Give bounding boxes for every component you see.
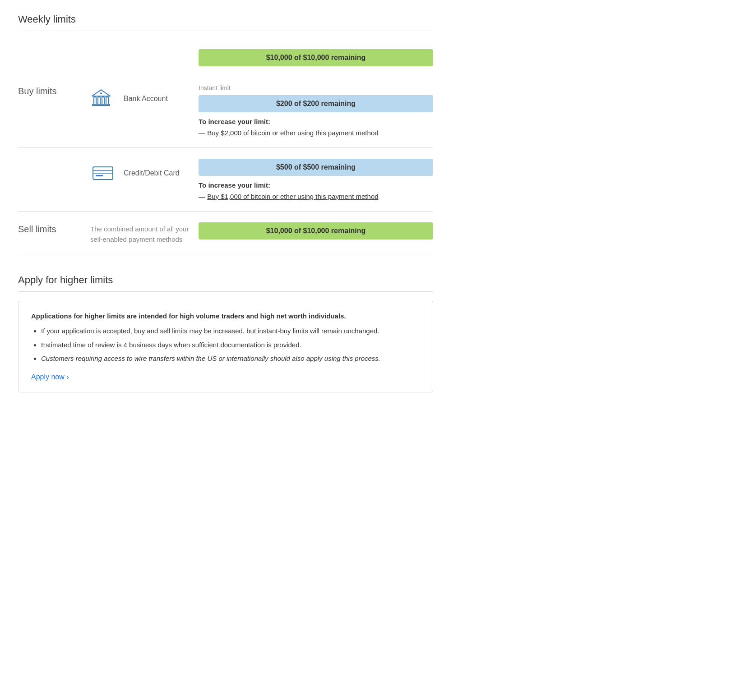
buy-overall-limit-bar: $10,000 of $10,000 remaining xyxy=(199,49,433,66)
apply-bullet-3: Customers requiring access to wire trans… xyxy=(41,354,420,364)
buy-limits-bank-row: Buy limits Bank Account Instant limit $2… xyxy=(18,74,433,148)
apply-section: Apply for higher limits Applications for… xyxy=(18,274,433,392)
sell-limit-bar-container: $10,000 of $10,000 remaining xyxy=(199,222,433,245)
increase-prefix-card: — xyxy=(199,193,205,200)
svg-rect-3 xyxy=(106,97,108,104)
bank-account-limit-bar: $200 of $200 remaining xyxy=(199,95,433,112)
apply-info-box: Applications for higher limits are inten… xyxy=(18,301,433,392)
increase-limit-title-bank: To increase your limit: xyxy=(199,118,433,125)
instant-limit-label: Instant limit xyxy=(199,84,433,92)
apply-info-title: Applications for higher limits are inten… xyxy=(31,312,420,320)
weekly-limits-divider xyxy=(18,31,433,31)
svg-rect-4 xyxy=(93,104,110,106)
svg-rect-1 xyxy=(98,97,100,104)
increase-prefix-bank: — xyxy=(199,129,205,137)
bank-account-method: Bank Account xyxy=(90,84,199,111)
apply-now-button[interactable]: Apply now › xyxy=(31,373,69,381)
svg-rect-9 xyxy=(96,175,103,176)
apply-section-title: Apply for higher limits xyxy=(18,274,433,286)
apply-bullet-1: If your application is accepted, buy and… xyxy=(41,326,420,336)
svg-rect-2 xyxy=(102,97,104,104)
sell-limit-bar: $10,000 of $10,000 remaining xyxy=(199,222,433,239)
bank-account-limit-details: Instant limit $200 of $200 remaining To … xyxy=(199,84,433,137)
buy-limits-label: Buy limits xyxy=(18,84,90,97)
increase-limit-link-card: — Buy $1,000 of bitcoin or ether using t… xyxy=(199,193,433,200)
sell-method-description-container: The combined amount of all your sell-ena… xyxy=(90,222,199,244)
sell-limits-description: The combined amount of all your sell-ena… xyxy=(90,224,190,244)
increase-limit-link-bank: — Buy $2,000 of bitcoin or ether using t… xyxy=(199,129,433,137)
sell-limits-label: Sell limits xyxy=(18,222,90,235)
apply-bullet-2: Estimated time of review is 4 business d… xyxy=(41,340,420,350)
bank-account-name: Bank Account xyxy=(124,95,168,103)
svg-rect-0 xyxy=(94,97,96,104)
increase-limit-title-card: To increase your limit: xyxy=(199,181,433,189)
credit-card-icon xyxy=(90,161,116,186)
sell-limits-row: Sell limits The combined amount of all y… xyxy=(18,212,433,256)
apply-section-divider xyxy=(18,291,433,292)
card-limit-bar: $500 of $500 remaining xyxy=(199,159,433,176)
increase-link-bank-anchor[interactable]: Buy $2,000 of bitcoin or ether using thi… xyxy=(207,129,378,137)
card-name: Credit/Debit Card xyxy=(124,169,180,177)
card-method: Credit/Debit Card xyxy=(90,159,199,186)
weekly-limits-title: Weekly limits xyxy=(18,14,433,25)
buy-limits-card-row: Credit/Debit Card $500 of $500 remaining… xyxy=(18,148,433,212)
apply-info-list: If your application is accepted, buy and… xyxy=(31,326,420,364)
bank-icon xyxy=(90,86,116,111)
svg-rect-8 xyxy=(93,170,113,173)
increase-link-card-anchor[interactable]: Buy $1,000 of bitcoin or ether using thi… xyxy=(207,193,378,200)
card-limit-details: $500 of $500 remaining To increase your … xyxy=(199,159,433,200)
svg-point-6 xyxy=(100,92,102,94)
